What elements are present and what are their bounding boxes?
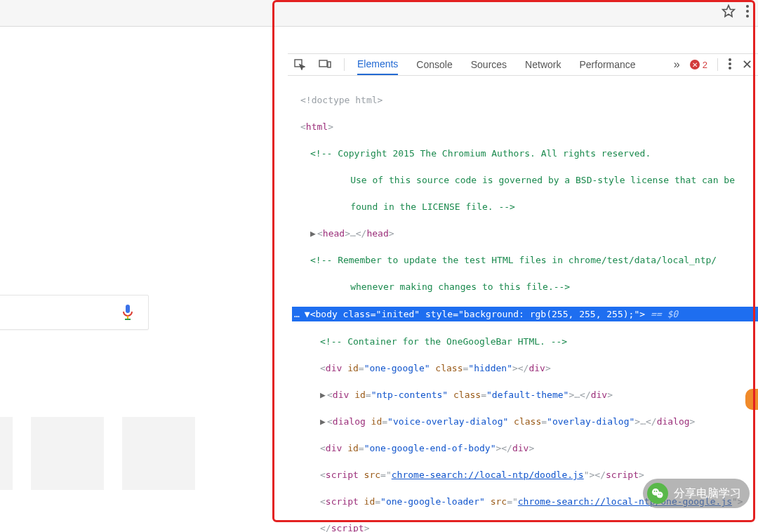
separator [344, 58, 345, 71]
thumbnail[interactable] [31, 417, 104, 490]
svg-rect-8 [319, 60, 327, 67]
svg-marker-0 [723, 6, 735, 17]
svg-point-3 [746, 15, 749, 18]
svg-point-12 [729, 67, 731, 69]
svg-point-10 [729, 58, 731, 61]
tab-network[interactable]: Network [525, 55, 561, 74]
svg-point-17 [658, 493, 660, 495]
svg-point-16 [656, 491, 658, 492]
dom-node[interactable]: <div id="one-google-end-of-body"></div> [292, 441, 758, 455]
elements-dom-tree[interactable]: <!doctype html> <html> <!-- Copyright 20… [288, 76, 758, 532]
bookmark-star-icon[interactable] [722, 4, 736, 18]
devtools-tabs: Elements Console Sources Network Perform… [357, 54, 636, 75]
separator [717, 58, 718, 71]
expand-triangle-icon[interactable]: ▶ [310, 227, 317, 240]
dom-node[interactable]: ▶<dialog id="voice-overlay-dialog" class… [292, 415, 758, 428]
selected-body-node[interactable]: …▼<body class="inited" style="background… [292, 307, 758, 321]
dom-comment: <!-- Copyright 2015 The Chromium Authors… [310, 148, 651, 159]
svg-point-18 [660, 493, 662, 495]
more-tabs-icon[interactable]: » [674, 58, 680, 71]
tab-sources[interactable]: Sources [471, 55, 507, 74]
browser-menu-icon[interactable] [745, 4, 750, 18]
search-box[interactable] [0, 295, 149, 330]
error-badge[interactable]: ✕ 2 [690, 60, 707, 70]
expand-triangle-icon[interactable]: ▶ [320, 415, 327, 428]
svg-point-15 [654, 491, 656, 492]
svg-rect-4 [126, 305, 130, 313]
device-toolbar-icon[interactable] [319, 58, 331, 71]
wechat-avatar-icon [647, 483, 668, 504]
devtools-panel: Elements Console Sources Network Perform… [288, 53, 758, 532]
tab-elements[interactable]: Elements [357, 54, 398, 75]
svg-point-11 [729, 62, 731, 65]
svg-point-1 [746, 5, 749, 8]
dom-node[interactable]: ▶<div id="ntp-contents" class="default-t… [292, 388, 758, 401]
tab-performance[interactable]: Performance [579, 55, 635, 74]
microphone-icon[interactable] [121, 303, 134, 321]
svg-rect-9 [328, 62, 331, 67]
svg-point-14 [657, 492, 663, 498]
wechat-watermark: 分享电脑学习 [643, 479, 750, 508]
ntp-thumbnails [0, 417, 195, 490]
error-dot-icon: ✕ [690, 60, 700, 69]
expand-triangle-icon[interactable]: ▶ [320, 388, 327, 401]
close-devtools-icon[interactable]: ✕ [742, 57, 752, 72]
dom-doctype: <!doctype html> [300, 95, 383, 105]
error-count: 2 [703, 60, 707, 70]
thumbnail[interactable] [122, 417, 195, 490]
devtools-toolbar: Elements Console Sources Network Perform… [288, 54, 758, 76]
tab-console[interactable]: Console [416, 55, 452, 74]
wechat-text: 分享电脑学习 [674, 486, 741, 501]
inspect-element-icon[interactable] [293, 58, 306, 71]
browser-address-strip [0, 0, 758, 27]
devtools-menu-icon[interactable] [728, 58, 732, 72]
side-handle-icon[interactable] [745, 389, 758, 410]
thumbnail[interactable] [0, 417, 13, 490]
dom-node[interactable]: <div id="one-google" class="hidden"></di… [292, 361, 758, 375]
svg-point-2 [746, 10, 749, 13]
page-content-left [0, 27, 272, 532]
